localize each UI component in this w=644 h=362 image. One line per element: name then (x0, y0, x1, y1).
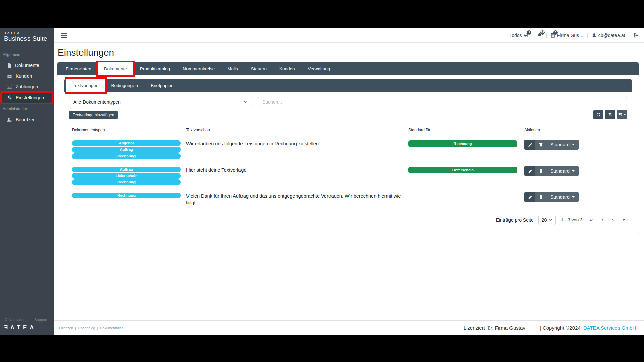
main-area: Todos 1 | 89 (54, 28, 644, 335)
subtab-bedingungen[interactable]: Bedingungen (105, 79, 145, 92)
document-type-value: Alle Dokumententypen (73, 99, 121, 105)
notifications-button[interactable]: 89 (537, 33, 542, 38)
preview-text: Wir erlauben uns folgende Leistungen in … (186, 140, 403, 147)
sidebar-item-kunden[interactable]: Kunden (2, 71, 52, 81)
pencil-icon (528, 169, 532, 173)
edit-button[interactable] (524, 192, 535, 202)
per-page-value: 20 (542, 217, 547, 223)
tab-steuern[interactable]: Steuern (245, 62, 273, 75)
column-header-textvorschau: Textvorschau (183, 123, 406, 137)
preview-text: Hier steht deine Textvorlage (186, 166, 403, 174)
brand-logo: ƎΛTEΛ Business Suite (0, 28, 54, 46)
edit-button[interactable] (524, 140, 535, 150)
standard-dropdown-label: Standard (550, 194, 570, 200)
notifications-badge: 89 (540, 30, 545, 35)
separator: | (628, 33, 630, 38)
column-header-standard-fuer: Standard für (406, 123, 522, 137)
sidebar-footer: Neu laden Support ƎΛTEΛ (0, 315, 54, 335)
doc-type-pill: Rechnung (72, 153, 181, 159)
add-textvorlage-button[interactable]: Textvorlage hinzufügen (69, 111, 118, 119)
support-link[interactable]: Support (34, 318, 47, 322)
table-row: Rechnung Vielen Dank für Ihren Auftrag u… (69, 189, 627, 209)
subtab-briefpapier[interactable]: Briefpapier (144, 79, 179, 92)
company-menu[interactable]: 3 Firma Gus… (550, 33, 584, 38)
tab-nummernkreise[interactable]: Nummernkreise (176, 62, 221, 75)
pencil-icon (528, 143, 532, 147)
edit-button[interactable] (524, 166, 535, 176)
next-page-icon[interactable]: › (612, 217, 614, 223)
tab-firmendaten[interactable]: Firmendaten (59, 62, 98, 75)
sidebar-item-zahlungen[interactable]: Zahlungen (2, 82, 52, 92)
main-footer: Lizenzen | Changelog | Dokumentation Liz… (54, 320, 644, 335)
todos-button[interactable]: Todos 1 (509, 33, 529, 38)
tab-dokumente[interactable]: Dokumente (98, 62, 133, 75)
sidebar-item-label: Einstellungen (16, 95, 44, 100)
footer-link-changelog[interactable]: Changelog (78, 326, 95, 330)
app-window: ƎΛTEΛ Business Suite Allgemein Dokumente… (0, 28, 644, 335)
action-group: Standard (524, 192, 624, 202)
settings-card: Firmendaten Dokumente Produktkatalog Num… (57, 62, 639, 234)
sidebar-section-administration: Administration (0, 103, 54, 114)
dokumente-subcard: Textvorlagen Bedingungen Briefpapier All… (64, 79, 632, 230)
standard-dropdown-button[interactable]: Standard (546, 166, 579, 176)
per-page-select[interactable]: 20 (538, 215, 556, 225)
standard-dropdown-button[interactable]: Standard (546, 140, 579, 150)
separator: | (587, 33, 588, 38)
logout-button[interactable] (633, 33, 639, 38)
sidebar-item-dokumente[interactable]: Dokumente (2, 60, 52, 70)
sidebar-item-benutzer[interactable]: Benutzer (2, 115, 52, 125)
sidebar-item-label: Zahlungen (16, 84, 38, 89)
table-row: Angebot Auftrag Rechnung Wir erlauben un… (69, 137, 627, 163)
clear-filter-button[interactable] (605, 110, 615, 119)
user-gear-icon (7, 117, 12, 122)
doc-type-pill: Auftrag (72, 167, 181, 172)
todos-label: Todos (509, 33, 522, 38)
footer-link-dokumentation[interactable]: Dokumentation (100, 326, 124, 330)
standard-dropdown-label: Standard (550, 142, 570, 147)
delete-button[interactable] (535, 140, 546, 150)
gears-icon (7, 95, 12, 100)
subtab-textvorlagen[interactable]: Textvorlagen (66, 79, 105, 92)
standard-dropdown-label: Standard (550, 168, 570, 174)
footer-link-lizenzen[interactable]: Lizenzen (59, 326, 73, 330)
licensed-for-text: Lizenziert für: Firma Gustav (464, 325, 525, 331)
column-settings-button[interactable] (617, 110, 627, 119)
doc-type-pill: Rechnung (72, 193, 181, 198)
standard-for-badge: Lieferschein (408, 167, 517, 173)
search-input[interactable] (258, 97, 627, 107)
footer-license-info: Lizenziert für: Firma Gustav | Copyright… (464, 325, 636, 331)
reload-label: Neu laden (9, 318, 25, 322)
last-page-icon[interactable]: » (623, 217, 626, 223)
pagination-range: 1 - 3 von 3 (561, 217, 583, 222)
prev-page-icon[interactable]: ‹ (601, 217, 603, 223)
chevron-down-icon (244, 101, 248, 103)
filter-row: Alle Dokumententypen (69, 97, 627, 107)
standard-for-badge: Rechnung (408, 140, 517, 147)
tab-mails[interactable]: Mails (221, 62, 245, 75)
per-page-label: Einträge pro Seite (496, 217, 534, 223)
settings-tabbar: Firmendaten Dokumente Produktkatalog Num… (57, 62, 639, 75)
standard-dropdown-button[interactable]: Standard (546, 192, 579, 202)
column-header-aktionen: Aktionen (522, 123, 627, 137)
sidebar: ƎΛTEΛ Business Suite Allgemein Dokumente… (0, 28, 54, 335)
brand-product-name: Business Suite (4, 35, 50, 42)
hamburger-menu-icon[interactable] (60, 31, 68, 39)
copyright-text: | Copyright ©2024 (540, 325, 581, 331)
trash-icon (539, 169, 543, 173)
user-menu[interactable]: cb@datea.at (592, 33, 625, 38)
company-website-link[interactable]: DATEA Services GmbH (583, 325, 636, 331)
first-page-icon[interactable]: « (590, 217, 593, 223)
refresh-button[interactable] (593, 110, 603, 119)
delete-button[interactable] (535, 192, 546, 202)
sidebar-item-einstellungen[interactable]: Einstellungen (2, 93, 52, 103)
document-type-select[interactable]: Alle Dokumententypen (69, 97, 252, 107)
reload-link[interactable]: Neu laden (4, 318, 25, 322)
tab-verwaltung[interactable]: Verwaltung (302, 62, 337, 75)
tab-produktkatalog[interactable]: Produktkatalog (133, 62, 176, 75)
footer-links: Lizenzen | Changelog | Dokumentation (59, 326, 124, 330)
doc-type-pill: Lieferschein (72, 173, 181, 179)
document-icon (7, 63, 12, 68)
delete-button[interactable] (535, 166, 546, 176)
tab-kunden[interactable]: Kunden (273, 62, 302, 75)
logout-icon (633, 33, 639, 38)
